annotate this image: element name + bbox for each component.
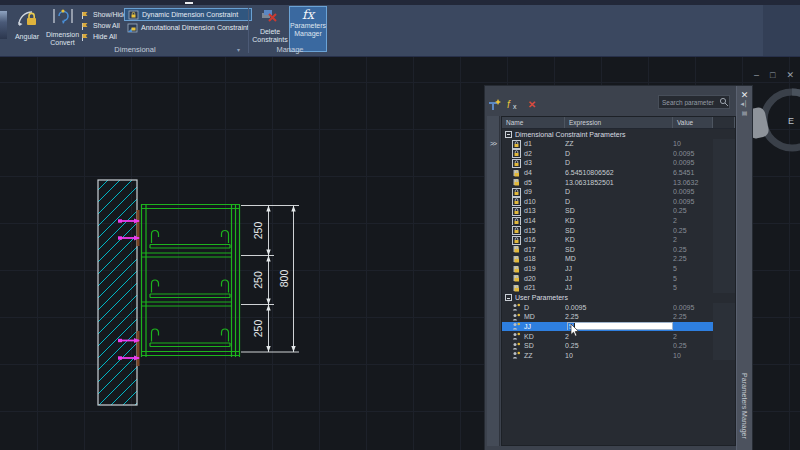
cell-text: 0.25 (565, 342, 579, 349)
parameter-row[interactable]: d21JJ5 (502, 283, 735, 293)
collapse-icon[interactable] (505, 131, 512, 138)
cell-text: D (565, 159, 570, 166)
search-box (658, 95, 730, 109)
parameter-row[interactable]: d2D0.0095 (502, 149, 735, 159)
cell-text: 10 (673, 352, 681, 359)
cell-text: 6.5451 (673, 169, 694, 176)
parameter-group-row[interactable]: Dimensional Constraint Parameters (502, 129, 735, 139)
parameter-row[interactable]: d14KD2 (502, 216, 735, 226)
new-parameter-icon[interactable] (487, 97, 501, 111)
palette-close-icon[interactable]: ✕ (737, 90, 752, 100)
parameter-row[interactable]: JJ5 (502, 322, 735, 332)
properties-icon[interactable]: ▤ (737, 109, 752, 118)
restore-icon[interactable]: □ (770, 70, 775, 80)
user-parameter-icon (512, 331, 521, 341)
cell-text: KD (524, 333, 534, 340)
row-stub (713, 225, 735, 235)
hide-all-button[interactable]: Hide All (81, 31, 127, 42)
user-parameter-icon (512, 322, 521, 332)
cell-text: d18 (524, 255, 536, 262)
dimension-convert-label-1: Dimension (46, 31, 79, 39)
cell-text: d1 (524, 140, 532, 147)
column-header-value[interactable]: Value (673, 117, 713, 128)
cell-text: JJ (524, 323, 531, 330)
cell-text: 0.25 (673, 246, 687, 253)
cell-text: 5 (673, 265, 677, 272)
cell-text: 5 (673, 275, 677, 282)
parameter-row[interactable]: MD2.252.25 (502, 312, 735, 322)
search-input[interactable] (659, 99, 719, 106)
parameter-row[interactable]: KD22 (502, 331, 735, 341)
parameter-row[interactable]: d16KD2 (502, 235, 735, 245)
row-stub (713, 177, 735, 187)
auto-hide-icon[interactable]: ◄▏ (737, 100, 752, 109)
expression-edit-box[interactable]: 5 (567, 322, 673, 330)
cell-text: ZZ (524, 352, 533, 359)
parameter-row[interactable]: d513.063185250113.0632 (502, 177, 735, 187)
parameter-row[interactable]: d46.545108065626.5451 (502, 168, 735, 178)
row-stub (713, 197, 735, 207)
cell-text: KD (565, 217, 575, 224)
cell-text: SD (524, 342, 534, 349)
collapse-icon[interactable] (505, 294, 512, 301)
column-header-expression[interactable]: Expression (565, 117, 673, 128)
annotational-dimension-constraint-toggle[interactable]: Annotational Dimension Constraint (124, 21, 252, 34)
cell-text: 2 (565, 333, 569, 340)
bracket-structure[interactable] (141, 204, 240, 357)
row-stub (713, 168, 735, 178)
dynamic-dimension-constraint-toggle[interactable]: Dynamic Dimension Constraint (124, 8, 252, 21)
dimension-annotations[interactable]: 250 250 250 800 (241, 206, 299, 353)
delete-parameter-icon[interactable]: ✕ (525, 97, 539, 111)
parameter-row[interactable]: d19JJ5 (502, 264, 735, 274)
cell-text: MD (524, 313, 535, 320)
cell-text: d17 (524, 246, 536, 253)
parameter-group-row[interactable]: User Parameters (502, 293, 735, 303)
delete-constraints-label-1: Delete (260, 28, 280, 36)
dimension-constraint-icon (512, 225, 521, 235)
fx-icon: fx (302, 7, 314, 22)
parameter-row[interactable]: d17SD0.25 (502, 245, 735, 255)
parameter-row[interactable]: d20JJ5 (502, 273, 735, 283)
parameter-row[interactable]: d9D0.0095 (502, 187, 735, 197)
ribbon: Angular Dimension Convert Show/Hide Show… (0, 5, 800, 57)
search-icon[interactable] (719, 93, 729, 111)
parameter-row[interactable]: d18MD2.25 (502, 254, 735, 264)
cell-text: 0.0095 (673, 304, 694, 311)
show-hide-label: Show/Hide (93, 11, 127, 18)
dimension-constraint-icon (512, 168, 521, 178)
show-all-label: Show All (93, 22, 120, 29)
angular-label: Angular (15, 33, 39, 41)
parameter-row[interactable]: d13SD0.25 (502, 206, 735, 216)
parameter-row[interactable]: d15SD0.25 (502, 225, 735, 235)
cell-text: D (565, 188, 570, 195)
wall-section[interactable] (98, 180, 140, 405)
cell-text: 10 (565, 352, 573, 359)
parameter-row[interactable]: d3D0.0095 (502, 158, 735, 168)
dimensional-group-label: Dimensional (50, 45, 220, 54)
dimension-label-250: 250 (252, 271, 264, 289)
parameter-row[interactable]: SD0.250.25 (502, 341, 735, 351)
parameter-row[interactable]: d10D0.0095 (502, 197, 735, 207)
parameter-row[interactable]: ZZ1010 (502, 350, 735, 360)
cell-text: d21 (524, 284, 536, 291)
annotational-constraint-icon (127, 19, 138, 37)
delete-constraints-icon (261, 7, 279, 28)
drawing-canvas[interactable]: – □ ✕ E (0, 57, 800, 450)
cell-text: d5 (524, 179, 532, 186)
close-icon[interactable]: ✕ (786, 70, 794, 80)
expression-fx-icon[interactable]: fx (506, 97, 520, 111)
drawing-viewport[interactable]: 250 250 250 800 (90, 170, 310, 420)
parameter-row[interactable]: d1ZZ10 (502, 139, 735, 149)
user-parameter-icon (512, 303, 521, 313)
minimize-icon[interactable]: – (754, 70, 759, 80)
row-stub (713, 341, 735, 351)
svg-text:x: x (513, 103, 517, 110)
column-header-name[interactable]: Name (502, 117, 565, 128)
parameter-row[interactable]: D0.00950.0095 (502, 303, 735, 313)
dimension-convert-button[interactable]: Dimension Convert (45, 7, 80, 49)
dimension-convert-icon (51, 7, 75, 31)
expand-filters-button[interactable]: >> (487, 140, 499, 147)
dimension-constraint-icon (512, 177, 521, 187)
angular-constraint-button[interactable]: Angular (10, 7, 44, 49)
panel-launcher-icon[interactable]: ▾ (237, 46, 240, 53)
